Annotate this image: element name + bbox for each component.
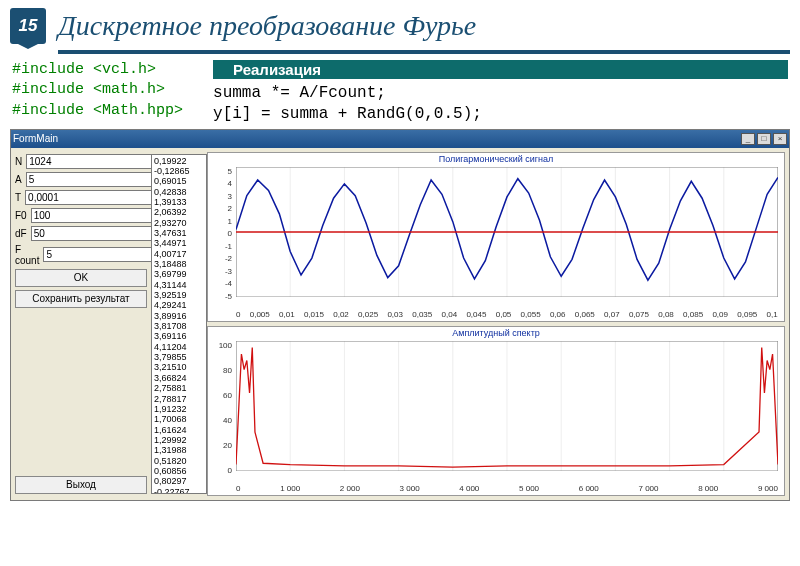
titlebar[interactable]: FormMain _ □ × bbox=[11, 130, 789, 148]
save-button[interactable]: Сохранить результат bbox=[15, 290, 147, 308]
list-item[interactable]: 1,91232 bbox=[154, 404, 204, 414]
list-item[interactable]: 3,69116 bbox=[154, 331, 204, 341]
list-item[interactable]: 0,69015 bbox=[154, 176, 204, 186]
include-line: #include <math.h> bbox=[12, 80, 183, 100]
code-line: summa *= A/Fcount; bbox=[213, 83, 788, 104]
spectrum-chart: Амплитудный спектр 100806040200 01 0002 … bbox=[207, 326, 785, 496]
include-block: #include <vcl.h> #include <math.h> #incl… bbox=[12, 60, 183, 125]
list-item[interactable]: 4,00717 bbox=[154, 249, 204, 259]
field-label-f0: F0 bbox=[15, 210, 27, 221]
list-item[interactable]: 1,70068 bbox=[154, 414, 204, 424]
list-item[interactable]: 0,80297 bbox=[154, 476, 204, 486]
list-item[interactable]: 2,75881 bbox=[154, 383, 204, 393]
chart-title-signal: Полигармонический сигнал bbox=[208, 154, 784, 164]
list-item[interactable]: 3,92519 bbox=[154, 290, 204, 300]
list-item[interactable]: 3,44971 bbox=[154, 238, 204, 248]
list-item[interactable]: -0,22767 bbox=[154, 487, 204, 494]
list-item[interactable]: 2,93270 bbox=[154, 218, 204, 228]
list-item[interactable]: 3,79855 bbox=[154, 352, 204, 362]
field-label-fcount: F count bbox=[15, 244, 39, 266]
list-item[interactable]: 3,18488 bbox=[154, 259, 204, 269]
maximize-button[interactable]: □ bbox=[757, 133, 771, 145]
list-item[interactable]: 3,81708 bbox=[154, 321, 204, 331]
chart-title-spectrum: Амплитудный спектр bbox=[208, 328, 784, 338]
list-item[interactable]: 0,51820 bbox=[154, 456, 204, 466]
list-item[interactable]: 3,47631 bbox=[154, 228, 204, 238]
input-t[interactable] bbox=[25, 190, 158, 205]
input-df[interactable] bbox=[31, 226, 164, 241]
minimize-button[interactable]: _ bbox=[741, 133, 755, 145]
close-button[interactable]: × bbox=[773, 133, 787, 145]
input-n[interactable] bbox=[26, 154, 159, 169]
field-label-df: dF bbox=[15, 228, 27, 239]
list-item[interactable]: 3,66824 bbox=[154, 373, 204, 383]
form-panel: N A T F0 dF F count bbox=[11, 148, 151, 500]
code-block: summa *= A/Fcount; y[i] = summa + RandG(… bbox=[213, 83, 788, 125]
implementation-label: Реализация bbox=[213, 60, 788, 79]
list-item[interactable]: 2,78817 bbox=[154, 394, 204, 404]
signal-chart: Полигармонический сигнал 543210-1-2-3-4-… bbox=[207, 152, 785, 322]
list-item[interactable]: 0,19922 bbox=[154, 156, 204, 166]
values-listbox[interactable]: 0,19922-0,128650,690150,428381,391332,06… bbox=[151, 154, 207, 494]
list-item[interactable]: 4,11204 bbox=[154, 342, 204, 352]
field-label-t: T bbox=[15, 192, 21, 203]
list-item[interactable]: 1,61624 bbox=[154, 425, 204, 435]
app-window: FormMain _ □ × N A T F0 bbox=[10, 129, 790, 501]
input-a[interactable] bbox=[26, 172, 159, 187]
include-line: #include <Math.hpp> bbox=[12, 101, 183, 121]
window-title: FormMain bbox=[13, 133, 58, 144]
input-f0[interactable] bbox=[31, 208, 164, 223]
list-item[interactable]: 3,69799 bbox=[154, 269, 204, 279]
slide-number-badge: 15 bbox=[10, 8, 46, 44]
list-item[interactable]: 0,60856 bbox=[154, 466, 204, 476]
ok-button[interactable]: OK bbox=[15, 269, 147, 287]
list-item[interactable]: 1,29992 bbox=[154, 435, 204, 445]
list-item[interactable]: 1,39133 bbox=[154, 197, 204, 207]
list-item[interactable]: -0,12865 bbox=[154, 166, 204, 176]
list-item[interactable]: 4,31144 bbox=[154, 280, 204, 290]
code-line: y[i] = summa + RandG(0,0.5); bbox=[213, 104, 788, 125]
list-item[interactable]: 3,89916 bbox=[154, 311, 204, 321]
list-item[interactable]: 0,42838 bbox=[154, 187, 204, 197]
exit-button[interactable]: Выход bbox=[15, 476, 147, 494]
list-item[interactable]: 4,29241 bbox=[154, 300, 204, 310]
title-divider bbox=[58, 50, 790, 54]
list-item[interactable]: 2,06392 bbox=[154, 207, 204, 217]
list-item[interactable]: 3,21510 bbox=[154, 362, 204, 372]
slide-title: Дискретное преобразование Фурье bbox=[58, 10, 476, 42]
list-item[interactable]: 1,31988 bbox=[154, 445, 204, 455]
field-label-n: N bbox=[15, 156, 22, 167]
slide-number: 15 bbox=[19, 16, 38, 36]
field-label-a: A bbox=[15, 174, 22, 185]
include-line: #include <vcl.h> bbox=[12, 60, 183, 80]
